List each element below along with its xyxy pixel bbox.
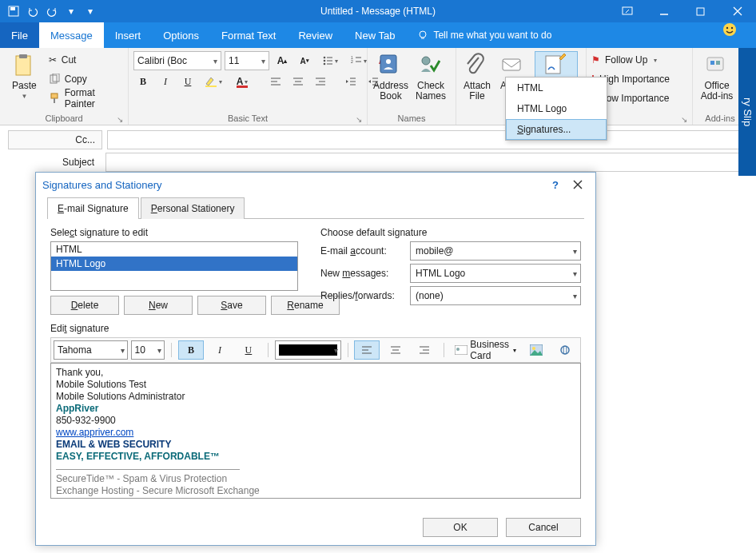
tab-options[interactable]: Options	[152, 22, 210, 48]
font-name-select[interactable]: Calibri (Boc	[133, 51, 221, 70]
align-center-button[interactable]	[288, 72, 308, 91]
editor-link[interactable]: www.appriver.com	[56, 427, 133, 438]
attach-file-button[interactable]: Attach File	[461, 51, 493, 101]
editor-toolbar: Tahoma 10 B I U Business Card ▾	[50, 337, 581, 363]
sig-menu-html-logo[interactable]: HTML Logo	[506, 98, 607, 119]
dialog-close-button[interactable]	[567, 176, 589, 193]
font-color-button[interactable]: A	[229, 72, 255, 91]
sig-menu-signatures[interactable]: Signatures...	[506, 119, 607, 140]
tab-review[interactable]: Review	[287, 22, 344, 48]
format-painter-button[interactable]: Format Painter	[49, 90, 123, 107]
close-button[interactable]	[719, 0, 756, 22]
tab-message[interactable]: Message	[39, 22, 104, 48]
insert-hyperlink-button[interactable]	[552, 340, 578, 360]
decrease-indent-button[interactable]	[341, 72, 360, 91]
delete-button[interactable]: Delete	[50, 296, 119, 315]
tab-file[interactable]: File	[0, 22, 39, 48]
editor-font-select[interactable]: Tahoma	[54, 340, 128, 360]
subject-input[interactable]	[105, 153, 748, 172]
tags-launcher[interactable]: ↘	[681, 115, 687, 124]
tab-personal-stationery[interactable]: Personal Stationery	[141, 197, 245, 219]
svg-rect-17	[54, 98, 55, 103]
editor-align-right[interactable]	[412, 340, 437, 360]
business-card-button[interactable]: Business Card ▾	[451, 340, 520, 360]
font-size-select[interactable]: 11	[225, 51, 269, 70]
grow-font-button[interactable]: A▴	[273, 51, 292, 70]
ok-button[interactable]: OK	[423, 518, 498, 537]
maximize-button[interactable]	[682, 0, 719, 22]
paste-icon	[11, 53, 37, 78]
signature-list[interactable]: HTML HTML Logo	[50, 241, 298, 291]
qat-undo[interactable]	[24, 2, 42, 20]
qat-more1[interactable]: ▾	[62, 2, 80, 20]
align-right-button[interactable]	[311, 72, 330, 91]
cut-button[interactable]: ✂Cut	[49, 51, 123, 69]
bold-button[interactable]: B	[133, 72, 153, 91]
shrink-font-button[interactable]: A▾	[295, 51, 314, 70]
underline-button[interactable]: U	[178, 72, 197, 91]
check-names-button[interactable]: Check Names	[414, 51, 448, 101]
new-button[interactable]: New	[124, 296, 193, 315]
signature-list-item[interactable]: HTML	[51, 242, 297, 257]
ribbon-display-options[interactable]	[609, 0, 646, 22]
paste-button[interactable]: Paste ▼	[5, 51, 44, 101]
save-button[interactable]: Save	[197, 296, 266, 315]
paperclip-icon	[464, 53, 490, 78]
tab-format-text[interactable]: Format Text	[210, 22, 287, 48]
qat-save[interactable]	[5, 2, 22, 20]
bullets-button[interactable]	[317, 51, 343, 70]
feedback-smiley[interactable]	[711, 22, 748, 37]
svg-point-18	[324, 57, 326, 59]
address-book-button[interactable]: Address Book	[372, 51, 409, 101]
follow-up-button[interactable]: ⚑Follow Up▾	[591, 51, 657, 69]
signature-editor[interactable]: Thank you, Mobile Solutions Test Mobile …	[50, 363, 581, 499]
editor-italic-button[interactable]: I	[207, 340, 233, 360]
names-group-label: Names	[398, 113, 426, 123]
sig-menu-signatures-label: ignatures...	[523, 124, 571, 135]
office-addins-button[interactable]: Office Add-ins	[698, 51, 736, 101]
insert-picture-button[interactable]	[523, 340, 549, 360]
tab-new[interactable]: New Tab	[344, 22, 406, 48]
basic-text-launcher[interactable]: ↘	[356, 115, 362, 124]
editor-size-select[interactable]: 10	[131, 340, 165, 360]
flag-icon: ⚑	[591, 54, 600, 66]
email-account-select[interactable]: mobile@	[410, 241, 581, 261]
editor-underline-button[interactable]: U	[236, 340, 261, 360]
highlight-button[interactable]	[201, 72, 226, 91]
svg-rect-49	[546, 56, 560, 74]
cut-label: Cut	[62, 54, 77, 66]
svg-rect-1	[10, 7, 15, 10]
cc-button[interactable]: Cc...	[8, 130, 102, 149]
svg-point-46	[386, 59, 391, 64]
copy-button[interactable]: Copy	[49, 70, 123, 88]
editor-line: AppRiver	[56, 403, 575, 415]
italic-button[interactable]: I	[156, 72, 175, 91]
new-messages-select[interactable]: HTML Logo	[410, 264, 581, 283]
select-signature-label: Select signature to edit	[50, 227, 298, 238]
qat-more2[interactable]: ▾	[82, 2, 99, 20]
dialog-help-button[interactable]: ?	[544, 176, 567, 193]
sig-menu-html[interactable]: HTML	[506, 78, 607, 98]
tab-email-signature[interactable]: E-mail Signature	[47, 197, 139, 219]
align-left-button[interactable]	[266, 72, 285, 91]
tell-me-search[interactable]: Tell me what you want to do	[406, 22, 551, 48]
editor-bold-button[interactable]: B	[178, 340, 204, 360]
cc-input[interactable]	[107, 130, 748, 149]
qat-redo[interactable]	[43, 2, 61, 20]
editor-line: EASY, EFFECTIVE, AFFORDABLE™	[56, 451, 575, 463]
tab-insert[interactable]: Insert	[104, 22, 153, 48]
ribbon: Paste ▼ ✂Cut Copy Format Painter Clipboa…	[0, 48, 756, 125]
svg-rect-51	[710, 61, 714, 65]
clipboard-launcher[interactable]: ↘	[117, 115, 123, 124]
delivery-slip-pane[interactable]: ry Slip	[738, 48, 756, 176]
replies-forwards-select[interactable]: (none)	[410, 286, 581, 305]
svg-rect-16	[51, 93, 58, 98]
replies-forwards-label: Replies/forwards:	[320, 290, 410, 301]
cancel-button[interactable]: Cancel	[506, 518, 581, 537]
editor-align-left[interactable]	[354, 340, 380, 360]
editor-color-select[interactable]	[275, 340, 341, 360]
signature-list-item[interactable]: HTML Logo	[51, 257, 297, 271]
editor-align-center[interactable]	[383, 340, 408, 360]
svg-rect-29	[237, 86, 248, 88]
minimize-button[interactable]	[646, 0, 682, 22]
